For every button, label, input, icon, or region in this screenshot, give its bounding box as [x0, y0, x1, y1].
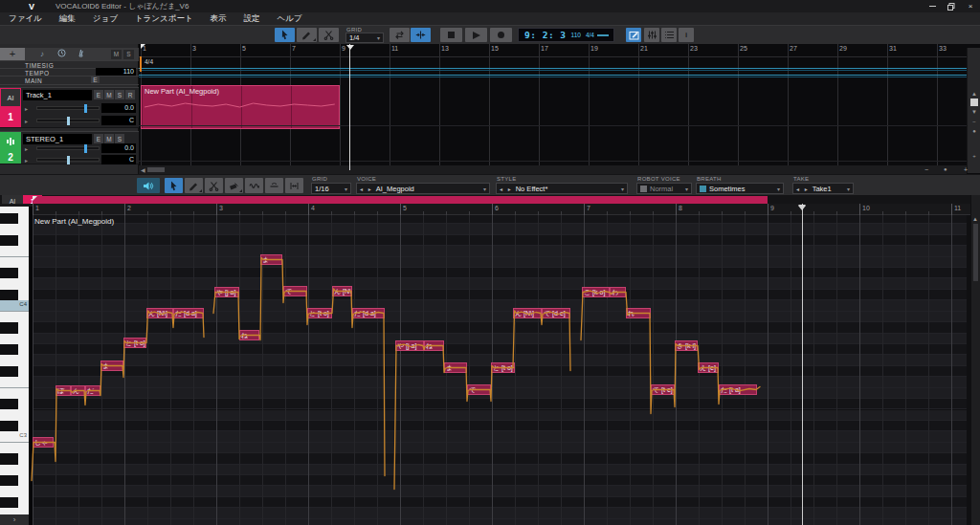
prev-next-arrows[interactable]: ◂ ▸	[360, 186, 373, 192]
prev-next-arrows[interactable]: ◂ ▸	[796, 186, 810, 192]
take-select[interactable]: ◂ ▸ Take1▾	[792, 183, 854, 194]
snap-button[interactable]	[411, 28, 431, 42]
piano-key-black[interactable]	[0, 453, 18, 464]
zoom-out-icon[interactable]: −	[968, 119, 980, 124]
track2-pan-slider[interactable]	[36, 158, 100, 162]
voice-select[interactable]: ◂ ▸ AI_Megpoid▾	[356, 183, 490, 194]
note[interactable]: こ [k o]	[582, 287, 610, 297]
note[interactable]: や [j a]	[395, 340, 424, 351]
track2-solo-button[interactable]: S	[115, 134, 124, 143]
piano-key[interactable]	[0, 366, 29, 377]
piano-key[interactable]	[0, 344, 29, 355]
editor-stretch-tool[interactable]	[285, 178, 303, 193]
hzoom-out-icon[interactable]: −	[924, 166, 928, 173]
editor-flatten-tool[interactable]	[265, 178, 283, 193]
piano-key-black[interactable]	[0, 213, 18, 224]
piano-key-black[interactable]	[0, 235, 18, 246]
keyboard-scroll-strip[interactable]: ›	[0, 514, 29, 525]
tempo-value[interactable]: 110	[96, 68, 136, 76]
note[interactable]: と [t o]	[491, 362, 515, 373]
playhead[interactable]	[349, 44, 350, 170]
piano-key[interactable]	[0, 453, 29, 464]
style-select[interactable]: ◂ ▸ No Effect*▾	[496, 183, 628, 194]
playhead[interactable]	[802, 204, 803, 525]
track1-volume-slider[interactable]	[36, 106, 100, 110]
menu-item-0[interactable]: ファイル	[0, 13, 51, 25]
piano-key[interactable]	[0, 207, 29, 213]
playhead-marker[interactable]	[346, 45, 354, 50]
track2-name[interactable]: STEREO_1	[23, 134, 92, 144]
zoom-in-icon[interactable]: +	[968, 153, 980, 159]
note[interactable]: き [k i]	[675, 340, 698, 351]
part-range-bar[interactable]	[33, 196, 768, 204]
list-button[interactable]	[661, 28, 677, 42]
note[interactable]: だ	[85, 385, 100, 396]
piano-key-black[interactable]	[0, 399, 18, 409]
piano-key[interactable]	[0, 290, 29, 300]
track1-pan-slider[interactable]	[36, 119, 100, 122]
piano-key[interactable]	[0, 497, 29, 508]
note[interactable]: ね	[239, 330, 259, 340]
vzoom-thumb[interactable]: ●	[968, 128, 980, 134]
piano-key[interactable]	[0, 268, 29, 278]
expand-arrow-icon[interactable]: ▸	[25, 118, 28, 124]
piano-key[interactable]	[0, 486, 29, 496]
piano-key[interactable]	[0, 355, 29, 365]
expand-arrow-icon[interactable]: ▸	[25, 145, 28, 152]
track1-mute-button[interactable]: M	[104, 90, 114, 99]
piano-key[interactable]	[0, 465, 29, 475]
piano-key[interactable]	[0, 235, 29, 246]
piano-key-black[interactable]	[0, 366, 18, 377]
master-solo-button[interactable]: S	[123, 50, 134, 59]
piano-key[interactable]	[0, 257, 29, 268]
note[interactable]: た [t a]	[719, 384, 757, 395]
track1-edit-button[interactable]: E	[94, 90, 103, 99]
piano-key[interactable]	[0, 246, 29, 256]
volume-thumb[interactable]	[84, 144, 87, 153]
note[interactable]: と [t o]	[123, 338, 146, 348]
playhead-marker[interactable]	[798, 205, 806, 209]
note[interactable]: ま	[260, 254, 282, 265]
track-row-2[interactable]: 2 STEREO_1 E M S ▸ 0.0 ▸ C	[0, 131, 139, 164]
track2-mute-button[interactable]: M	[104, 134, 114, 143]
piano-key[interactable]	[0, 475, 29, 486]
menu-item-4[interactable]: 表示	[202, 13, 235, 25]
piano-roll-vscrollbar[interactable]: ▲	[970, 195, 980, 525]
piano-key[interactable]	[0, 213, 29, 224]
breath-select[interactable]: Sometimes▾	[696, 183, 784, 194]
note[interactable]: ぼ	[56, 385, 71, 396]
pan-thumb[interactable]	[67, 117, 70, 125]
note[interactable]: ま	[100, 361, 123, 371]
note[interactable]: で [d e]	[542, 308, 570, 318]
piano-key[interactable]: C4	[0, 300, 29, 311]
stop-button[interactable]	[440, 28, 462, 42]
menu-item-3[interactable]: トランスポート	[126, 13, 202, 25]
edit-view-button[interactable]	[626, 28, 641, 42]
note[interactable]: え [e]	[698, 362, 719, 373]
menu-item-5[interactable]: 設定	[235, 13, 269, 25]
note[interactable]: れ	[626, 308, 651, 318]
audition-button[interactable]	[137, 178, 160, 193]
note[interactable]: て [t e]	[651, 384, 675, 395]
piano-key[interactable]	[0, 388, 29, 399]
note[interactable]: ん [N\]	[513, 308, 542, 318]
pan-thumb[interactable]	[67, 156, 70, 164]
note-icon[interactable]: ♪	[33, 50, 52, 58]
minimize-button[interactable]	[923, 0, 942, 12]
track1-record-button[interactable]: R	[125, 90, 135, 99]
hzoom-thumb[interactable]: ●	[944, 166, 947, 172]
track1-solo-button[interactable]: S	[115, 90, 124, 99]
track-row-1[interactable]: AI 1 Track_1 E M S R ▸ 0.0 ▸ C	[0, 87, 139, 128]
note[interactable]: で	[283, 286, 307, 296]
piano-key[interactable]	[0, 312, 29, 322]
note[interactable]: や [j a]	[214, 287, 239, 297]
piano-key[interactable]	[0, 377, 29, 387]
editor-pointer-tool[interactable]	[165, 178, 183, 193]
note[interactable]: ま	[444, 362, 467, 373]
piano-key[interactable]	[0, 278, 29, 289]
note[interactable]: ん [N\]	[146, 308, 173, 318]
hzoom-in-icon[interactable]: +	[964, 166, 968, 173]
add-track-button[interactable]: +	[0, 48, 25, 60]
scissors-tool-button[interactable]	[319, 28, 339, 42]
close-button[interactable]: ×	[961, 0, 980, 12]
